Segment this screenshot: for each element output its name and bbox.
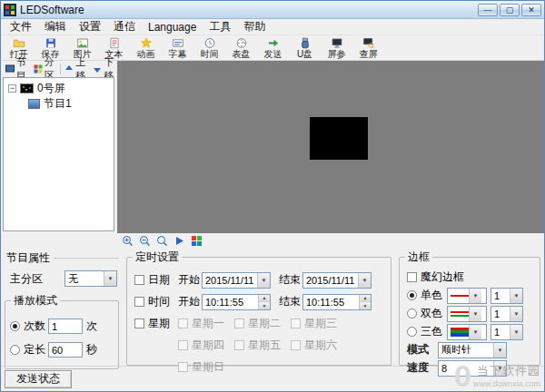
triple-color-count-combo[interactable]: 1 ▼ bbox=[490, 324, 523, 340]
menu-tools[interactable]: 工具 bbox=[203, 18, 237, 35]
border-mode-label: 模式 bbox=[407, 342, 438, 358]
chevron-down-icon: ▼ bbox=[358, 273, 371, 288]
weekday-checkbox-monday[interactable]: 星期一 bbox=[178, 316, 234, 331]
checkbox-box bbox=[134, 275, 144, 285]
chevron-down-icon: ▼ bbox=[257, 273, 270, 288]
zoom-out-button[interactable] bbox=[138, 234, 152, 247]
border-speed-label: 速度 bbox=[407, 360, 438, 376]
spin-down-icon[interactable]: ▼ bbox=[259, 302, 270, 309]
double-color-combo[interactable]: ▼ bbox=[447, 306, 487, 322]
app-window: LEDSoftware — ▢ ✕ 文件 编辑 设置 通信 Language 工… bbox=[0, 0, 545, 392]
tree-node-program[interactable]: 节目1 bbox=[4, 96, 114, 112]
checkbox-box bbox=[291, 340, 301, 350]
checkbox-box bbox=[134, 318, 144, 328]
magic-border-row: 魔幻边框 bbox=[407, 270, 532, 285]
led-screen-rect[interactable] bbox=[310, 117, 368, 160]
program-properties-panel: 节目属性 主分区 无 ▼ 播放模式 次数 次 bbox=[5, 250, 119, 366]
spin-down-icon[interactable]: ▼ bbox=[360, 302, 371, 309]
date-checkbox[interactable]: 日期 bbox=[134, 272, 178, 288]
titlebar[interactable]: LEDSoftware — ▢ ✕ bbox=[1, 1, 544, 19]
date-start-combo[interactable]: 2015/11/11 ▼ bbox=[202, 272, 271, 289]
magic-border-checkbox[interactable]: 魔幻边框 bbox=[407, 270, 464, 285]
toolbar-button-send[interactable]: 发送 bbox=[257, 35, 289, 60]
weekday-checkbox-wednesday[interactable]: 星期三 bbox=[291, 316, 347, 331]
weekday-checkbox-sunday[interactable]: 星期日 bbox=[178, 359, 234, 375]
zoom-reset-button[interactable] bbox=[155, 234, 169, 247]
date-end-combo[interactable]: 2015/11/11 ▼ bbox=[302, 272, 372, 289]
play-preview-button[interactable] bbox=[173, 234, 186, 247]
tree-expander-icon[interactable]: − bbox=[8, 84, 16, 93]
play-times-radio[interactable]: 次数 bbox=[10, 318, 48, 334]
menu-communication[interactable]: 通信 bbox=[107, 18, 142, 35]
spin-up-icon[interactable]: ▲ bbox=[360, 295, 371, 303]
chevron-down-icon: ▼ bbox=[469, 325, 481, 339]
time-start-spinner[interactable]: 10:11:55 ▲▼ bbox=[202, 294, 271, 310]
spin-up-icon[interactable]: ▲ bbox=[259, 295, 270, 303]
checkbox-box bbox=[178, 340, 188, 350]
single-color-count-combo[interactable]: 1 ▼ bbox=[490, 288, 523, 304]
border-mode-row: 模式 顺时针 ▼ bbox=[407, 342, 532, 358]
close-button[interactable]: ✕ bbox=[521, 4, 541, 16]
zoom-toolbar bbox=[1, 233, 544, 248]
toolbar-button-usb[interactable]: U盘 bbox=[289, 35, 321, 60]
menu-settings[interactable]: 设置 bbox=[73, 18, 107, 35]
color-swatch-triple bbox=[451, 328, 469, 337]
maximize-button[interactable]: ▢ bbox=[500, 4, 520, 16]
menu-file[interactable]: 文件 bbox=[4, 18, 38, 35]
length-unit-label: 秒 bbox=[86, 342, 97, 358]
time-start-label: 开始 bbox=[178, 294, 202, 309]
toolbar-button-screen-params[interactable]: 屏参 bbox=[321, 35, 352, 60]
chevron-down-icon: ▼ bbox=[104, 271, 116, 286]
zoom-in-button[interactable] bbox=[121, 234, 134, 247]
left-column: 节目 分区 上移 下移 − bbox=[1, 61, 117, 233]
toolbar-button-check-screen[interactable]: 查屏 bbox=[352, 35, 384, 60]
toolbar-button-dial[interactable]: 表盘 bbox=[225, 35, 257, 60]
checkbox-box bbox=[178, 318, 188, 328]
menubar: 文件 编辑 设置 通信 Language 工具 帮助 bbox=[1, 19, 544, 35]
preview-area[interactable] bbox=[117, 61, 544, 233]
single-color-combo[interactable]: ▼ bbox=[447, 288, 487, 304]
send-status-button[interactable]: 发送状态 bbox=[5, 370, 72, 388]
menu-language[interactable]: Language bbox=[142, 20, 203, 34]
timing-settings-title: 定时设置 bbox=[133, 250, 182, 265]
timing-settings-groupbox: 定时设置 日期 开始 2015/11/11 ▼ 结束 2015/11/11 ▼ bbox=[126, 250, 391, 366]
menu-edit[interactable]: 编辑 bbox=[38, 18, 73, 35]
time-end-spinner[interactable]: 10:11:55 ▲▼ bbox=[302, 294, 372, 310]
triple-color-combo[interactable]: ▼ bbox=[447, 324, 487, 340]
triple-color-radio[interactable]: 三色 bbox=[407, 324, 447, 339]
spinner-buttons[interactable]: ▲▼ bbox=[258, 295, 270, 309]
chevron-down-icon: ▼ bbox=[493, 343, 506, 358]
menu-help[interactable]: 帮助 bbox=[237, 18, 272, 35]
weekday-checkbox-saturday[interactable]: 星期六 bbox=[291, 338, 347, 353]
double-color-count-combo[interactable]: 1 ▼ bbox=[490, 306, 523, 322]
toolbar-button-subtitle[interactable]: 字幕 bbox=[162, 35, 193, 60]
play-times-input[interactable] bbox=[48, 318, 83, 334]
checkbox-box bbox=[234, 318, 244, 328]
weekday-checkbox-friday[interactable]: 星期五 bbox=[234, 338, 291, 353]
week-checkbox[interactable]: 星期 bbox=[134, 316, 178, 331]
tree-node-screen[interactable]: − 0号屏 bbox=[4, 81, 114, 96]
weekday-checkbox-thursday[interactable]: 星期四 bbox=[178, 338, 234, 353]
main-partition-combo[interactable]: 无 ▼ bbox=[64, 270, 117, 287]
fixed-length-radio[interactable]: 定长 bbox=[10, 342, 48, 358]
chevron-down-icon: ▼ bbox=[493, 361, 506, 376]
toolbar-button-animation[interactable]: 动画 bbox=[130, 35, 162, 60]
spinner-buttons[interactable]: ▲▼ bbox=[359, 295, 371, 309]
color-palette-button[interactable] bbox=[190, 234, 203, 247]
program-tree: − 0号屏 节目1 bbox=[3, 77, 114, 231]
toolbar-separator bbox=[60, 64, 61, 74]
fixed-length-input[interactable] bbox=[48, 342, 83, 358]
border-speed-combo[interactable]: 8 ▼ bbox=[438, 360, 507, 377]
double-color-radio[interactable]: 双色 bbox=[407, 306, 447, 321]
minimize-button[interactable]: — bbox=[478, 4, 498, 16]
time-checkbox[interactable]: 时间 bbox=[134, 294, 178, 309]
single-color-radio[interactable]: 单色 bbox=[407, 288, 447, 303]
send-arrow-icon bbox=[267, 37, 280, 49]
picture-icon bbox=[76, 37, 89, 49]
border-mode-combo[interactable]: 顺时针 ▼ bbox=[438, 342, 507, 358]
main-partition-row: 主分区 无 ▼ bbox=[5, 270, 119, 287]
toolbar-button-time[interactable]: 时间 bbox=[193, 35, 225, 60]
monitor-search-icon bbox=[362, 37, 375, 49]
main-partition-label: 主分区 bbox=[10, 271, 43, 287]
weekday-checkbox-tuesday[interactable]: 星期二 bbox=[234, 316, 291, 331]
